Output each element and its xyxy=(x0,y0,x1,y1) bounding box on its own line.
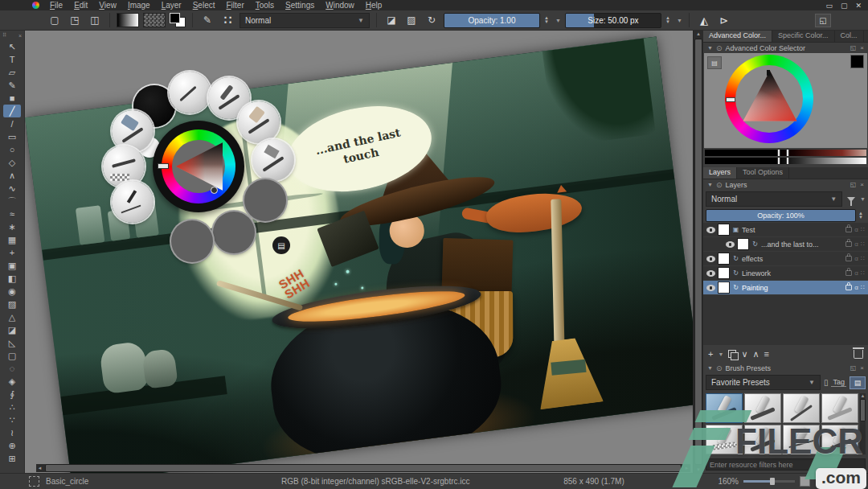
tab-specific-color[interactable]: Specific Color... xyxy=(772,31,835,42)
tool-similar-select[interactable]: ∴ xyxy=(3,401,21,413)
tool-transform[interactable]: ▦ xyxy=(3,233,21,246)
brush-preset-round[interactable] xyxy=(821,425,858,454)
gradient-chooser[interactable] xyxy=(117,13,139,27)
tool-bezier-curve[interactable]: ∿ xyxy=(3,182,21,195)
choose-workspace-button[interactable]: ◱ xyxy=(815,14,831,27)
menu-settings[interactable]: Settings xyxy=(280,1,320,10)
layer-thumbnail[interactable] xyxy=(718,253,730,265)
add-layer-arrow[interactable]: ▼ xyxy=(718,351,723,357)
layer-lock-icon[interactable] xyxy=(845,285,852,290)
save-document-button[interactable]: ◫ xyxy=(87,13,103,28)
advanced-color-selector-header[interactable]: ▼ ⊙ Advanced Color Selector ◱ × xyxy=(703,43,868,53)
layer-visibility-eye-icon[interactable] xyxy=(706,270,715,277)
layer-row-effects[interactable]: ↻ effects xyxy=(703,252,868,266)
menu-image[interactable]: Image xyxy=(122,1,156,10)
choose-brush-preset-button[interactable]: ∷ xyxy=(219,13,235,28)
tool-polygon-select[interactable]: ◈ xyxy=(3,375,21,388)
menu-select[interactable]: Select xyxy=(187,1,221,10)
canvas-area[interactable]: ...and the last touch SHH SHH ▤ ◂ xyxy=(25,31,693,473)
palette-color-ring[interactable] xyxy=(153,121,244,212)
maximize-button[interactable]: ▢ xyxy=(841,2,848,10)
alpha-lock-icon[interactable] xyxy=(854,284,858,291)
preset-grid-scrollbar[interactable]: ▲ xyxy=(860,393,866,454)
tool-line[interactable]: / xyxy=(3,117,21,130)
tool-color-sampler[interactable]: ◉ xyxy=(3,285,21,298)
alpha-lock-icon[interactable] xyxy=(854,255,858,262)
float-docker-icon[interactable]: ◱ xyxy=(850,181,857,188)
tool-fill-bucket[interactable]: ◪ xyxy=(3,323,21,336)
tool-calligraphy[interactable]: ✎ xyxy=(3,79,21,92)
tool-dynamic-brush[interactable]: ≈ xyxy=(3,208,21,220)
layer-visibility-eye-icon[interactable] xyxy=(706,227,715,233)
eraser-mode-button[interactable]: ◪ xyxy=(383,13,399,28)
alpha-lock-icon[interactable] xyxy=(854,240,858,248)
layer-row-Test[interactable]: ▣ Test xyxy=(703,223,868,237)
layer-properties-button[interactable]: ≡ xyxy=(764,349,769,359)
tool-polyline[interactable]: ∧ xyxy=(3,169,21,182)
palette-slot-sketch[interactable] xyxy=(169,72,211,113)
resource-filter-input[interactable]: Enter resource filters here xyxy=(706,458,866,471)
opacity-options-arrow[interactable]: ▼ xyxy=(555,18,561,23)
pattern-chooser[interactable] xyxy=(143,13,166,27)
layer-thumbnail[interactable] xyxy=(737,238,749,250)
tool-zoom[interactable]: ⊕ xyxy=(3,439,21,452)
reload-preset-button[interactable]: ↻ xyxy=(424,13,440,28)
tool-smart-patch[interactable]: ▨ xyxy=(3,298,21,310)
tool-freehand-select[interactable]: ∮ xyxy=(3,388,21,401)
float-docker-icon[interactable]: ◱ xyxy=(850,44,857,51)
canvas-vertical-scrollbar[interactable]: ▴ ▾ xyxy=(693,31,703,473)
tool-magnetic-select[interactable]: ≀ xyxy=(3,426,21,439)
close-docker-icon[interactable]: × xyxy=(860,44,864,51)
vertical-scroll-thumb[interactable] xyxy=(694,39,702,465)
tab-tool-options[interactable]: Tool Options xyxy=(737,167,789,179)
mirror-horizontal-button[interactable]: ◭ xyxy=(696,13,712,28)
collapse-caret-icon[interactable]: ▼ xyxy=(707,182,713,187)
open-document-button[interactable]: ◳ xyxy=(67,13,83,28)
palette-slot-pen[interactable] xyxy=(112,181,154,223)
layer-lock-icon[interactable] xyxy=(845,270,852,276)
layer-filter-funnel-icon[interactable] xyxy=(847,197,855,202)
brush-preset-eraser[interactable] xyxy=(706,425,743,454)
zoom-slider[interactable] xyxy=(743,480,795,483)
scroll-up-arrow-icon[interactable]: ▴ xyxy=(695,31,702,37)
tag-button[interactable]: Tag xyxy=(831,378,846,387)
blending-mode-dropdown[interactable]: Normal ▼ xyxy=(240,13,370,28)
close-docker-icon[interactable]: × xyxy=(860,181,864,188)
popup-palette[interactable]: ▤ xyxy=(94,66,305,277)
layer-options-arrow[interactable]: ▼ xyxy=(860,196,866,202)
advanced-color-selector[interactable]: ▤ xyxy=(704,53,867,148)
brush-preset-chalk[interactable] xyxy=(744,393,781,423)
brush-preset-wet[interactable] xyxy=(821,393,858,423)
current-color-swatch[interactable] xyxy=(850,55,864,68)
tool-assistants[interactable]: ◺ xyxy=(3,336,21,349)
layer-visibility-eye-icon[interactable] xyxy=(706,256,715,262)
palette-slot-chisel[interactable] xyxy=(238,101,280,143)
move-layer-down-button[interactable]: ∨ xyxy=(741,349,747,360)
foreground-background-colors[interactable] xyxy=(170,13,186,27)
wrap-around-mode-button[interactable]: ⊳ xyxy=(716,13,732,28)
canvas-horizontal-scrollbar[interactable]: ◂ ▸ xyxy=(36,464,690,472)
inherit-alpha-icon[interactable] xyxy=(861,255,865,262)
horizontal-scroll-thumb[interactable] xyxy=(45,464,682,472)
palette-tag-button[interactable]: ▤ xyxy=(272,236,290,254)
tab-color[interactable]: Col... xyxy=(835,31,864,42)
size-spinner[interactable]: ▲▼ xyxy=(665,16,673,24)
scroll-right-arrow-icon[interactable]: ▸ xyxy=(683,465,690,471)
lightness-bar[interactable] xyxy=(705,158,866,164)
brush-preset-smudge[interactable] xyxy=(744,425,781,454)
menu-filter[interactable]: Filter xyxy=(220,1,249,10)
menu-edit[interactable]: Edit xyxy=(68,1,93,10)
tool-select-shapes[interactable]: ↖ xyxy=(3,40,21,53)
toolbox-header[interactable]: ⠿ × xyxy=(0,31,24,40)
layer-row-Linework[interactable]: ↻ Linework xyxy=(703,266,868,281)
layers-docker-header[interactable]: ▼ ⊙ Layers ◱ × xyxy=(703,179,868,190)
brush-size-slider[interactable]: Size: 50.00 px xyxy=(565,13,661,28)
alpha-lock-icon[interactable] xyxy=(854,269,858,277)
menu-layer[interactable]: Layer xyxy=(156,1,187,10)
scroll-up-arrow-icon[interactable]: ▲ xyxy=(861,393,866,398)
delete-layer-button[interactable] xyxy=(854,350,863,359)
tool-ellipse[interactable]: ○ xyxy=(3,143,21,156)
layer-opacity-spinner[interactable]: ▲▼ xyxy=(858,212,866,220)
float-docker-icon[interactable]: ◱ xyxy=(850,364,857,372)
tool-rect-select[interactable]: ▢ xyxy=(3,349,21,362)
